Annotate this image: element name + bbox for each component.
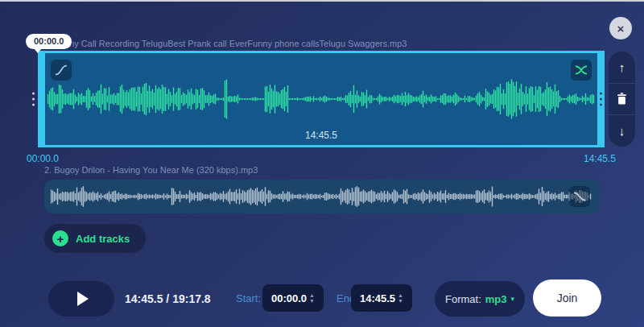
right-grip-dots-icon bbox=[600, 93, 602, 106]
playback-time-display: 14:45.5 / 19:17.8 bbox=[125, 281, 211, 317]
track2-waveform-region[interactable] bbox=[44, 180, 600, 213]
delete-track-icon[interactable] bbox=[609, 83, 635, 115]
stepper-up-icon[interactable]: ▲ bbox=[398, 292, 403, 298]
track1-end-time-label: 14:45.5 bbox=[584, 153, 616, 164]
track1-waveform-region[interactable]: 14:45.5 bbox=[38, 51, 605, 147]
start-time-stepper[interactable]: ▲ ▼ bbox=[309, 292, 315, 304]
end-time-input[interactable] bbox=[357, 292, 398, 304]
left-grip-dots-icon bbox=[32, 93, 35, 106]
start-time-input[interactable] bbox=[269, 292, 309, 304]
chevron-down-icon: ▾ bbox=[511, 295, 515, 303]
start-label: Start: bbox=[236, 281, 261, 317]
end-time-stepper[interactable]: ▲ ▼ bbox=[398, 292, 403, 304]
add-tracks-label: Add tracks bbox=[76, 233, 130, 245]
move-track-down-icon[interactable]: ↓ bbox=[609, 114, 635, 147]
stepper-down-icon[interactable]: ▼ bbox=[398, 298, 403, 304]
format-value: mp3 bbox=[485, 293, 507, 305]
track-actions-column: ↑ ↓ bbox=[609, 52, 635, 147]
stepper-down-icon[interactable]: ▼ bbox=[309, 298, 315, 304]
format-dropdown[interactable]: Format: mp3 ▾ bbox=[435, 281, 525, 317]
stepper-up-icon[interactable]: ▲ bbox=[309, 292, 315, 298]
move-track-up-icon[interactable]: ↑ bbox=[609, 52, 635, 83]
join-button[interactable]: Join bbox=[533, 279, 601, 317]
selection-start-time: 00:00.0 bbox=[34, 36, 64, 46]
start-time-field[interactable]: ▲ ▼ bbox=[262, 284, 324, 312]
track2-waveform[interactable] bbox=[51, 184, 592, 209]
selection-end-label: 14:45.5 bbox=[38, 130, 605, 141]
selection-right-handle[interactable] bbox=[597, 51, 605, 147]
plus-icon: + bbox=[52, 230, 68, 246]
close-icon[interactable]: × bbox=[609, 17, 632, 39]
add-tracks-button[interactable]: + Add tracks bbox=[44, 224, 146, 253]
fade-out-icon[interactable] bbox=[569, 186, 590, 207]
end-time-field[interactable]: ▲ ▼ bbox=[351, 284, 412, 312]
track2-title: 2. Bugoy Drilon - Having You Near Me (32… bbox=[44, 165, 258, 175]
track1-start-time-label: 00:00.0 bbox=[27, 153, 59, 164]
play-icon bbox=[77, 292, 89, 306]
track1-title: 1. Funny Call Recording TeluguBest Prank… bbox=[44, 39, 576, 50]
track1-waveform[interactable] bbox=[47, 76, 595, 122]
selection-left-handle[interactable] bbox=[38, 51, 45, 147]
play-button[interactable] bbox=[48, 281, 114, 317]
format-label: Format: bbox=[445, 293, 481, 305]
selection-start-tooltip: 00:00.0 bbox=[26, 34, 72, 49]
audio-joiner-app: × 1. Funny Call Recording TeluguBest Pra… bbox=[0, 0, 644, 327]
